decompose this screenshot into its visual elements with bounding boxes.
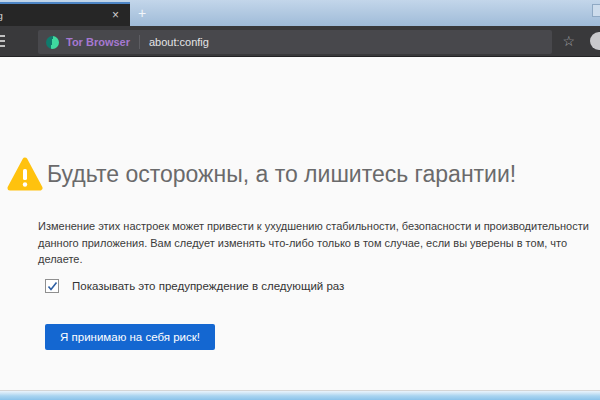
checkmark-icon xyxy=(47,281,58,292)
url-separator xyxy=(139,35,140,49)
brand-label: Tor Browser xyxy=(66,36,130,48)
titlebar: about:config × + xyxy=(0,0,600,26)
checkbox-checked[interactable] xyxy=(45,279,59,293)
navigation-toolbar: Tor Browser about:config ☆ xyxy=(0,26,600,57)
window-bottom-border xyxy=(0,390,600,400)
warning-triangle-icon xyxy=(7,155,43,199)
toolbar-button-partial-icon[interactable] xyxy=(590,32,600,50)
bookmark-star-icon[interactable]: ☆ xyxy=(562,33,575,50)
checkbox-label: Показывать это предупреждение в следующи… xyxy=(72,280,344,292)
accept-risk-button[interactable]: Я принимаю на себя риск! xyxy=(45,324,215,350)
warning-description-line: Изменение этих настроек может привести к… xyxy=(38,218,593,235)
show-warning-checkbox-row[interactable]: Показывать это предупреждение в следующи… xyxy=(45,279,344,293)
warning-description: Изменение этих настроек может привести к… xyxy=(38,218,593,268)
warning-description-line: делаете. xyxy=(38,251,593,268)
tab-close-icon[interactable]: × xyxy=(106,5,130,25)
tor-onion-icon xyxy=(46,36,59,49)
new-tab-button[interactable]: + xyxy=(133,4,151,22)
url-text[interactable]: about:config xyxy=(149,36,209,48)
toolbar-left-icon-fragment xyxy=(0,35,5,47)
page-title: Будьте осторожны, а то лишитесь гарантии… xyxy=(47,161,587,188)
tab-about-config[interactable]: about:config × xyxy=(0,2,130,26)
about-config-warning-page: Будьте осторожны, а то лишитесь гарантии… xyxy=(0,57,600,390)
tab-title: about:config xyxy=(0,10,106,21)
warning-description-line: данного приложения. Вам следует изменять… xyxy=(38,235,593,252)
url-bar[interactable]: Tor Browser about:config xyxy=(38,30,552,54)
window-control-fragment xyxy=(592,4,600,17)
